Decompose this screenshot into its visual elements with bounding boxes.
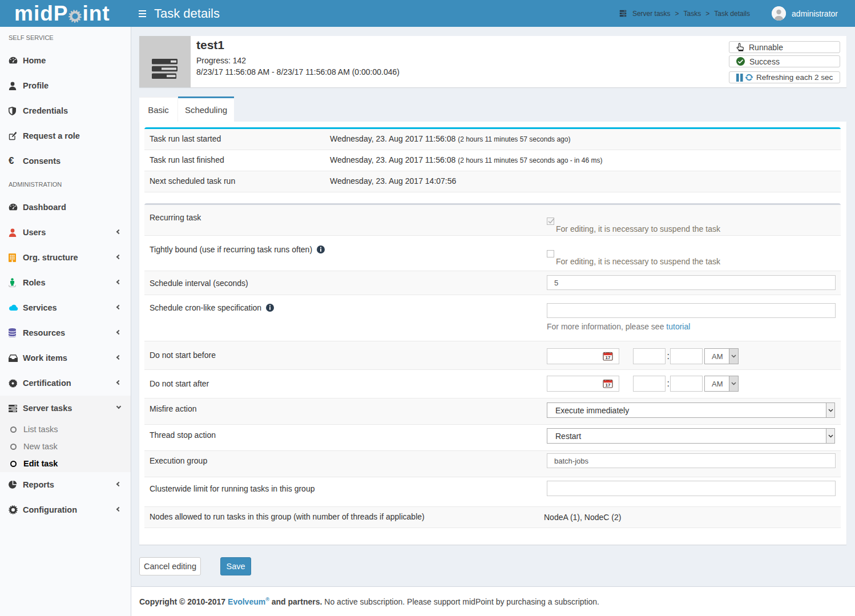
svg-text:17: 17 xyxy=(606,355,611,360)
svg-text:17: 17 xyxy=(606,383,611,388)
